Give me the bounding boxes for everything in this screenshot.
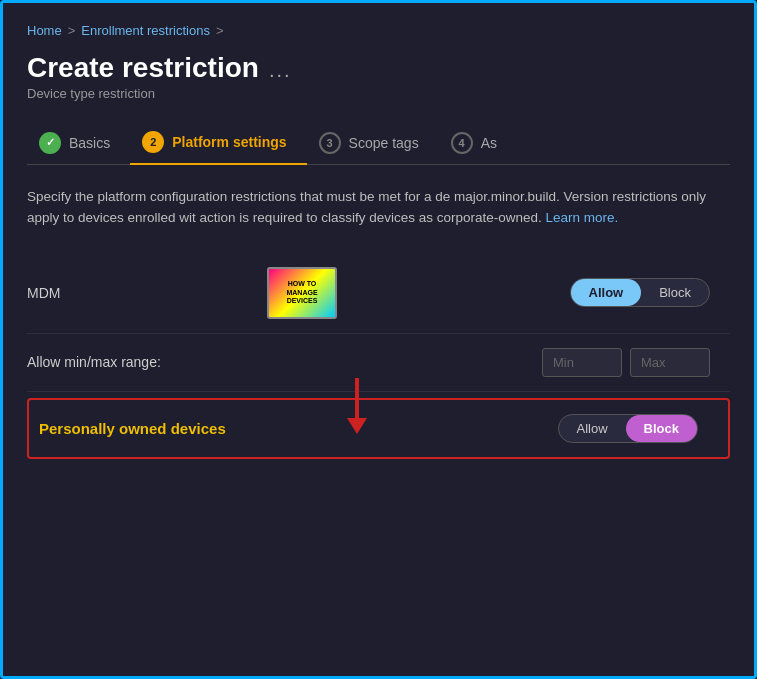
ellipsis-button[interactable]: ...: [269, 59, 292, 82]
breadcrumb-home[interactable]: Home: [27, 23, 62, 38]
breadcrumb-sep1: >: [68, 23, 76, 38]
tab-platform-circle: 2: [142, 131, 164, 153]
main-window: Home > Enrollment restrictions > Create …: [0, 0, 757, 679]
mdm-setting-row: MDM HOW TO MANAGE DEVICES Allow Block: [27, 253, 730, 334]
tab-scope-tags[interactable]: 3 Scope tags: [307, 122, 439, 164]
personally-owned-allow-button[interactable]: Allow: [559, 415, 626, 442]
header: Create restriction ... Device type restr…: [27, 52, 730, 101]
watermark-line3: DEVICES: [287, 297, 318, 305]
tab-platform-settings[interactable]: 2 Platform settings: [130, 121, 306, 165]
breadcrumb-sep2: >: [216, 23, 224, 38]
tab-assignments-label: As: [481, 135, 497, 151]
personally-owned-label: Personally owned devices: [39, 420, 259, 437]
minmax-label: Allow min/max range:: [27, 354, 247, 370]
watermark-line1: HOW TO: [288, 280, 317, 288]
page-subtitle: Device type restriction: [27, 86, 730, 101]
tab-assignments-circle: 4: [451, 132, 473, 154]
tab-scope-label: Scope tags: [349, 135, 419, 151]
mdm-label: MDM: [27, 285, 247, 301]
tab-basics-circle: ✓: [39, 132, 61, 154]
tab-basics-label: Basics: [69, 135, 110, 151]
personally-owned-block-button[interactable]: Block: [626, 415, 697, 442]
minmax-inputs: [542, 348, 710, 377]
page-content: Home > Enrollment restrictions > Create …: [3, 3, 754, 676]
min-input[interactable]: [542, 348, 622, 377]
mdm-block-button[interactable]: Block: [641, 279, 709, 306]
personally-owned-controls: Allow Block: [259, 414, 718, 443]
settings-area: MDM HOW TO MANAGE DEVICES Allow Block: [27, 253, 730, 459]
tab-assignments[interactable]: 4 As: [439, 122, 517, 164]
personally-owned-row: Personally owned devices Allow Block: [27, 398, 730, 459]
minmax-controls: [247, 348, 730, 377]
minmax-setting-row: Allow min/max range:: [27, 334, 730, 392]
tab-bar: ✓ Basics 2 Platform settings 3 Scope tag…: [27, 121, 730, 165]
page-title: Create restriction: [27, 52, 259, 84]
tab-scope-circle: 3: [319, 132, 341, 154]
personally-owned-toggle-group: Allow Block: [558, 414, 698, 443]
mdm-controls: Allow Block: [337, 278, 730, 307]
breadcrumb-enrollment[interactable]: Enrollment restrictions: [81, 23, 210, 38]
learn-more-link[interactable]: Learn more.: [546, 210, 619, 225]
mdm-toggle-group: Allow Block: [570, 278, 710, 307]
tab-basics[interactable]: ✓ Basics: [27, 122, 130, 164]
max-input[interactable]: [630, 348, 710, 377]
breadcrumb: Home > Enrollment restrictions >: [27, 23, 730, 38]
watermark-badge: HOW TO MANAGE DEVICES: [267, 267, 337, 319]
tab-platform-label: Platform settings: [172, 134, 286, 150]
watermark-line2: MANAGE: [286, 289, 317, 297]
mdm-allow-button[interactable]: Allow: [571, 279, 642, 306]
description-text: Specify the platform configuration restr…: [27, 187, 730, 229]
